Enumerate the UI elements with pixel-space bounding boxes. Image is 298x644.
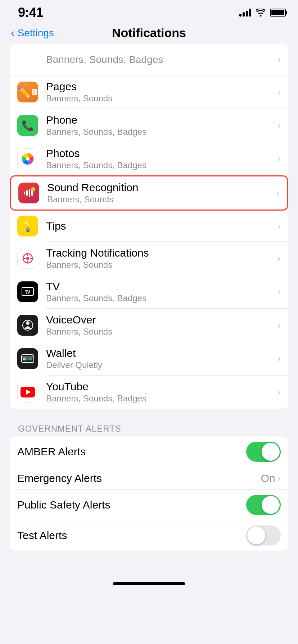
list-item-public-safety[interactable]: Public Safety Alerts xyxy=(10,490,288,520)
amber-alerts-text: AMBER Alerts xyxy=(17,446,246,458)
tv-subtitle: Banners, Sounds, Badges xyxy=(46,293,274,303)
wallet-chevron-icon: › xyxy=(277,353,281,364)
phone-subtitle: Banners, Sounds, Badges xyxy=(46,127,274,137)
sound-recognition-subtitle: Banners, Sounds xyxy=(47,194,273,204)
phone-chevron-icon: › xyxy=(277,120,281,131)
photos-subtitle: Banners, Sounds, Badges xyxy=(46,160,274,170)
tracking-title: Tracking Notifications xyxy=(46,247,274,259)
battery-icon xyxy=(270,9,286,17)
list-item-tips[interactable]: Tips › xyxy=(10,211,288,242)
government-alerts-header: GOVERNMENT ALERTS xyxy=(0,419,298,437)
youtube-chevron-icon: › xyxy=(277,386,281,398)
back-chevron-icon: ‹ xyxy=(11,26,15,40)
partial-top-section: Banners, Sounds, Badges › xyxy=(10,44,288,75)
public-safety-title: Public Safety Alerts xyxy=(17,499,246,511)
content: Banners, Sounds, Badges › Pages Banners,… xyxy=(0,44,298,575)
sound-recognition-chevron-icon: › xyxy=(276,187,280,199)
list-item-test-alerts[interactable]: Test Alerts xyxy=(10,520,288,551)
voiceover-title: VoiceOver xyxy=(46,314,274,326)
pages-subtitle: Banners, Sounds xyxy=(46,93,274,104)
sound-recognition-inner: 🔍 Sound Recognition Banners, Sounds › xyxy=(11,176,287,210)
toggle-thumb xyxy=(262,496,280,514)
tips-text: Tips xyxy=(46,220,274,232)
phone-title: Phone xyxy=(46,114,274,126)
phone-app-icon xyxy=(17,115,38,136)
nav-bar: ‹ Settings Notifications xyxy=(0,23,298,44)
wallet-title: Wallet xyxy=(46,347,274,359)
tracking-text: Tracking Notifications Banners, Sounds xyxy=(46,247,274,270)
svg-rect-19 xyxy=(22,356,34,358)
sound-recognition-title: Sound Recognition xyxy=(47,181,273,194)
emergency-alerts-chevron-icon: › xyxy=(277,473,281,484)
svg-rect-6 xyxy=(24,192,25,194)
tv-text: TV Banners, Sounds, Badges xyxy=(46,280,274,303)
page-title: Notifications xyxy=(112,26,186,40)
youtube-title: YouTube xyxy=(46,381,274,393)
svg-rect-1 xyxy=(33,90,35,90)
public-safety-text: Public Safety Alerts xyxy=(17,499,246,511)
photos-chevron-icon: › xyxy=(277,153,281,165)
status-icons xyxy=(239,9,286,17)
back-label: Settings xyxy=(18,27,54,39)
amber-alerts-toggle[interactable] xyxy=(246,442,281,462)
voiceover-text: VoiceOver Banners, Sounds xyxy=(46,314,274,337)
list-item-voiceover[interactable]: VoiceOver Banners, Sounds › xyxy=(10,309,288,342)
list-item-sound-recognition[interactable]: 🔍 Sound Recognition Banners, Sounds › xyxy=(10,175,288,211)
list-item-wallet[interactable]: Wallet Deliver Quietly › xyxy=(10,342,288,375)
sound-recognition-app-icon: 🔍 xyxy=(18,183,39,203)
sound-recognition-text: Sound Recognition Banners, Sounds xyxy=(47,181,273,204)
list-item-phone[interactable]: Phone Banners, Sounds, Badges › xyxy=(10,109,288,142)
status-bar: 9:41 xyxy=(0,0,298,23)
wallet-app-icon xyxy=(17,348,38,369)
pages-app-icon xyxy=(17,82,38,102)
public-safety-toggle[interactable] xyxy=(246,495,281,515)
tracking-subtitle: Banners, Sounds xyxy=(46,260,274,270)
list-item-tracking[interactable]: Tracking Notifications Banners, Sounds › xyxy=(10,242,288,275)
test-alerts-toggle[interactable] xyxy=(246,525,281,546)
tv-app-icon: tv xyxy=(17,281,38,302)
tips-title: Tips xyxy=(46,220,274,232)
list-item-tv[interactable]: tv TV Banners, Sounds, Badges › xyxy=(10,275,288,308)
svg-text:🔍: 🔍 xyxy=(31,188,36,192)
emergency-alerts-title: Emergency Alerts xyxy=(17,472,261,484)
photos-text: Photos Banners, Sounds, Badges xyxy=(46,147,274,170)
list-item-amber-alerts[interactable]: AMBER Alerts xyxy=(10,437,288,467)
voiceover-chevron-icon: › xyxy=(277,319,281,331)
svg-point-17 xyxy=(26,321,30,325)
youtube-text: YouTube Banners, Sounds, Badges xyxy=(46,381,274,404)
photos-title: Photos xyxy=(46,147,274,160)
bottom-app-section: Tips › Tracking Notifications Banners, S… xyxy=(10,211,288,409)
emergency-alerts-value: On › xyxy=(261,472,281,484)
tips-chevron-icon: › xyxy=(277,220,281,232)
tracking-app-icon xyxy=(17,248,38,269)
signal-bars-icon xyxy=(239,9,251,17)
pages-item-wrap: Pages Banners, Sounds › Phone Banners, S… xyxy=(10,75,288,175)
home-bar xyxy=(113,582,185,585)
home-indicator xyxy=(0,575,298,589)
chevron-icon: › xyxy=(277,54,281,65)
svg-rect-2 xyxy=(33,91,36,91)
partial-item-title: Banners, Sounds, Badges xyxy=(46,54,274,65)
list-item-emergency-alerts[interactable]: Emergency Alerts On › xyxy=(10,467,288,489)
amber-alerts-title: AMBER Alerts xyxy=(17,446,246,458)
toggle-thumb xyxy=(247,526,265,544)
government-alerts-section: AMBER Alerts Emergency Alerts On › Publi… xyxy=(10,437,288,551)
youtube-app-icon xyxy=(17,382,38,402)
test-alerts-text: Test Alerts xyxy=(17,529,246,542)
phone-text: Phone Banners, Sounds, Badges xyxy=(46,114,274,137)
photos-app-icon xyxy=(17,148,38,169)
back-button[interactable]: ‹ Settings xyxy=(11,26,54,40)
list-item-pages[interactable]: Pages Banners, Sounds › xyxy=(10,75,288,109)
wifi-icon xyxy=(256,9,266,17)
list-item-youtube[interactable]: YouTube Banners, Sounds, Badges › xyxy=(10,376,288,409)
list-item-photos[interactable]: Photos Banners, Sounds, Badges › xyxy=(10,142,288,175)
wallet-text: Wallet Deliver Quietly xyxy=(46,347,274,370)
tv-title: TV xyxy=(46,280,274,293)
pages-chevron-icon: › xyxy=(277,86,281,98)
test-alerts-title: Test Alerts xyxy=(17,529,246,542)
status-time: 9:41 xyxy=(18,5,43,20)
emergency-alerts-text: Emergency Alerts xyxy=(17,472,261,484)
voiceover-subtitle: Banners, Sounds xyxy=(46,327,274,337)
partial-top-item[interactable]: Banners, Sounds, Badges › xyxy=(10,44,288,75)
toggle-thumb xyxy=(262,443,280,461)
